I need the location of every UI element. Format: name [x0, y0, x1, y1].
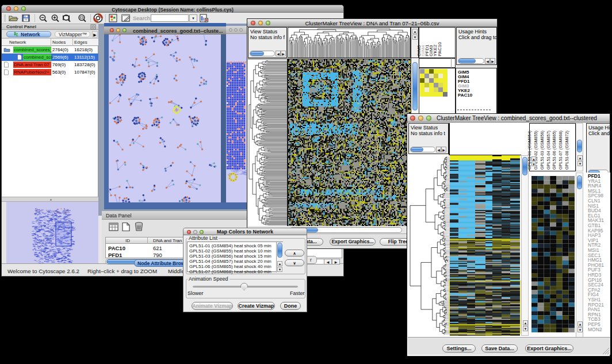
- svg-text:1:1: 1:1: [81, 17, 83, 19]
